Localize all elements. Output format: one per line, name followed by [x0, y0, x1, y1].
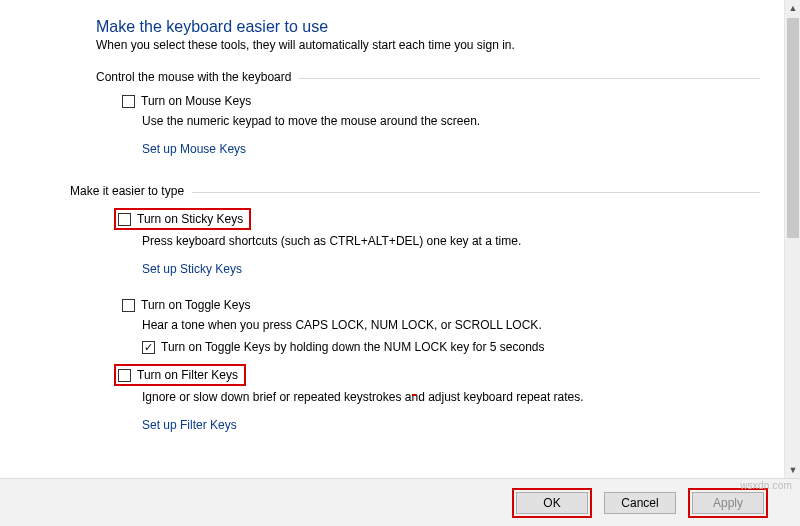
- setup-sticky-keys-link[interactable]: Set up Sticky Keys: [142, 262, 242, 276]
- toggle-keys-label: Turn on Toggle Keys: [141, 298, 250, 312]
- toggle-keys-hold-checkbox[interactable]: [142, 341, 155, 354]
- scroll-thumb[interactable]: [787, 18, 799, 238]
- toggle-keys-desc: Hear a tone when you press CAPS LOCK, NU…: [142, 318, 760, 332]
- toggle-keys-hold-label: Turn on Toggle Keys by holding down the …: [161, 340, 545, 354]
- sticky-keys-checkbox[interactable]: [118, 213, 131, 226]
- vertical-scrollbar[interactable]: ▲ ▼: [784, 0, 800, 478]
- setup-mouse-keys-link[interactable]: Set up Mouse Keys: [142, 142, 246, 156]
- content-pane: Make the keyboard easier to use When you…: [0, 0, 784, 478]
- group-mouse-title: Control the mouse with the keyboard: [96, 70, 299, 84]
- filter-keys-desc: Ignore or slow down brief or repeated ke…: [142, 390, 760, 404]
- filter-keys-checkbox[interactable]: [118, 369, 131, 382]
- page-subtitle: When you select these tools, they will a…: [96, 38, 760, 52]
- ok-highlight: OK: [512, 488, 592, 518]
- sticky-keys-highlight: Turn on Sticky Keys: [114, 208, 251, 230]
- page-title: Make the keyboard easier to use: [96, 18, 760, 36]
- watermark: wsxdn.com: [740, 480, 792, 491]
- apply-highlight: Apply: [688, 488, 768, 518]
- mouse-keys-label: Turn on Mouse Keys: [141, 94, 251, 108]
- filter-keys-label: Turn on Filter Keys: [137, 368, 238, 382]
- setup-filter-keys-link[interactable]: Set up Filter Keys: [142, 418, 237, 432]
- stray-mark: [412, 394, 416, 396]
- scroll-up-arrow-icon[interactable]: ▲: [785, 0, 800, 16]
- scroll-down-arrow-icon[interactable]: ▼: [785, 462, 800, 478]
- sticky-keys-desc: Press keyboard shortcuts (such as CTRL+A…: [142, 234, 760, 248]
- toggle-keys-checkbox[interactable]: [122, 299, 135, 312]
- ok-button[interactable]: OK: [516, 492, 588, 514]
- sticky-keys-label: Turn on Sticky Keys: [137, 212, 243, 226]
- divider: [192, 192, 760, 193]
- group-mouse: Control the mouse with the keyboard Turn…: [96, 70, 760, 170]
- divider: [299, 78, 760, 79]
- mouse-keys-checkbox[interactable]: [122, 95, 135, 108]
- dialog-footer: OK Cancel Apply: [0, 478, 800, 526]
- apply-button[interactable]: Apply: [692, 492, 764, 514]
- group-type-title: Make it easier to type: [70, 184, 192, 198]
- mouse-keys-desc: Use the numeric keypad to move the mouse…: [142, 114, 760, 128]
- group-type: Make it easier to type Turn on Sticky Ke…: [96, 184, 760, 436]
- filter-keys-highlight: Turn on Filter Keys: [114, 364, 246, 386]
- cancel-button[interactable]: Cancel: [604, 492, 676, 514]
